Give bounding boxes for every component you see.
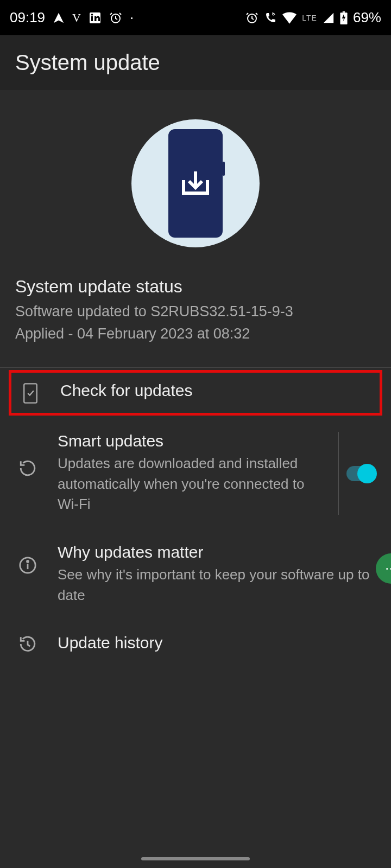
smart-updates-toggle[interactable] xyxy=(346,466,376,481)
linkedin-icon xyxy=(89,11,102,24)
svg-rect-7 xyxy=(24,384,37,403)
page-title: System update xyxy=(15,50,376,75)
lte-label: LTE xyxy=(302,14,317,22)
svg-rect-1 xyxy=(91,16,93,21)
battery-icon xyxy=(340,11,348,24)
svg-point-2 xyxy=(91,14,93,16)
highlight-box: Check for updates xyxy=(9,370,382,416)
hero-illustration xyxy=(0,90,391,264)
alarm-right-icon xyxy=(245,11,258,24)
divider xyxy=(0,367,391,368)
battery-percent: 69% xyxy=(353,9,381,26)
dot-icon: · xyxy=(130,9,134,26)
hero-circle xyxy=(131,119,260,247)
send-icon xyxy=(53,12,65,24)
update-history-item[interactable]: Update history xyxy=(0,620,391,669)
history-title: Update history xyxy=(58,634,376,652)
wifi-calling-icon xyxy=(264,11,277,24)
app-header: System update xyxy=(0,35,391,90)
wifi-icon xyxy=(282,12,297,24)
smart-updates-item[interactable]: Smart updates Updates are downloaded and… xyxy=(0,418,391,529)
signal-icon xyxy=(323,12,335,24)
status-time: 09:19 xyxy=(10,9,45,26)
why-sub: See why it's important to keep your soft… xyxy=(58,565,376,605)
status-heading: System update status xyxy=(15,277,376,297)
svg-rect-6 xyxy=(343,11,345,12)
svg-point-10 xyxy=(27,561,29,563)
refresh-icon xyxy=(15,432,40,477)
check-title: Check for updates xyxy=(60,381,373,400)
history-icon xyxy=(15,634,40,653)
status-bar: 09:19 V · LTE 69% xyxy=(0,0,391,35)
smart-sub: Updates are downloaded and installed aut… xyxy=(58,454,317,515)
phone-check-icon xyxy=(18,381,43,404)
info-icon xyxy=(15,543,40,575)
update-status-section: System update status Software updated to… xyxy=(0,264,391,367)
status-version: Software updated to S2RUBS32.51-15-9-3 xyxy=(15,303,376,320)
navigation-handle[interactable] xyxy=(141,857,250,860)
smart-title: Smart updates xyxy=(58,432,317,450)
check-for-updates-item[interactable]: Check for updates xyxy=(11,373,380,413)
why-title: Why updates matter xyxy=(58,543,376,561)
alarm-icon xyxy=(109,11,122,24)
phone-graphic xyxy=(168,129,223,238)
download-icon xyxy=(179,169,212,197)
v-icon: V xyxy=(72,11,81,25)
status-applied: Applied - 04 February 2023 at 08:32 xyxy=(15,326,376,342)
more-dots-icon: ⋯ xyxy=(385,561,391,576)
why-updates-item[interactable]: Why updates matter See why it's importan… xyxy=(0,529,391,620)
